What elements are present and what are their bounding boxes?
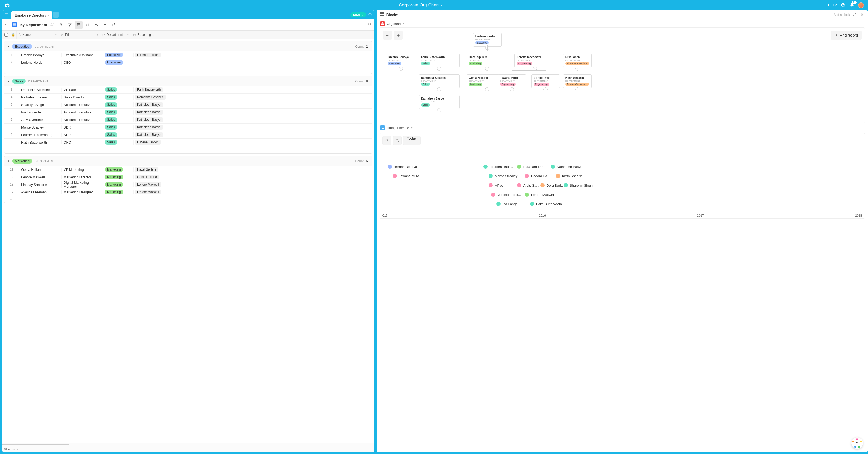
org-node[interactable]: Erik LaschDEPARTMENTFinance/Operations xyxy=(563,54,592,67)
cell-title[interactable]: Account Executive xyxy=(61,103,103,107)
timeline-item[interactable]: Barabara Orn... xyxy=(517,165,547,169)
org-node[interactable]: Kieth ShearinDEPARTMENTFinance/Operation… xyxy=(563,74,592,88)
add-table-button[interactable]: ＋ xyxy=(53,12,59,18)
collapse-node-icon[interactable]: ⌃ xyxy=(575,66,580,71)
add-record-button[interactable]: ＋ xyxy=(4,196,372,203)
cell-department[interactable]: Executive xyxy=(103,60,133,65)
collapse-node-icon[interactable]: ⌃ xyxy=(510,87,514,91)
collapse-node-icon[interactable]: ⌃ xyxy=(485,87,489,91)
expand-icon[interactable] xyxy=(852,13,857,17)
cell-department[interactable]: Marketing xyxy=(103,167,133,172)
add-record-button[interactable]: ＋ xyxy=(4,66,372,74)
table-row[interactable]: 2 Lurlene Herdon CEO Executive xyxy=(4,59,372,66)
timeline-item[interactable]: Ina Lange... xyxy=(496,202,521,206)
cell-reporting[interactable]: Kathaleen Basye xyxy=(133,133,372,137)
chevron-down-icon[interactable]: ▾ xyxy=(411,126,412,129)
cell-name[interactable]: Monte Stradley xyxy=(19,125,61,129)
cell-department[interactable]: Sales xyxy=(103,102,133,107)
cell-name[interactable]: Faith Butterworth xyxy=(19,140,61,144)
sort-icon[interactable] xyxy=(84,21,91,29)
timeline-canvas[interactable]: Today 015201620172018 Breann BedoyaTawan… xyxy=(380,133,865,219)
zoom-in-button[interactable]: ＋ xyxy=(394,31,403,40)
zoom-out-button[interactable]: − xyxy=(383,31,392,40)
cell-title[interactable]: Marketing Designer xyxy=(61,190,103,194)
timeline-item[interactable]: Veronica Foot... xyxy=(491,193,521,197)
cell-department[interactable]: Sales xyxy=(103,140,133,145)
org-node[interactable]: Hazel SpillersDEPARTMENTMarketing xyxy=(467,54,507,67)
cell-department[interactable]: Sales xyxy=(103,87,133,92)
row-height-icon[interactable] xyxy=(101,21,109,29)
cell-title[interactable]: Executive Assistant xyxy=(61,53,103,57)
timeline-item[interactable]: Kieth Shearin xyxy=(556,174,582,178)
help-link[interactable]: HELP xyxy=(828,3,837,7)
cell-title[interactable]: Digital Marketing Manager xyxy=(61,180,103,189)
table-row[interactable]: 12 Lenore Maxwell Marketing Director Mar… xyxy=(4,173,372,181)
cell-name[interactable]: Genia Helland xyxy=(19,168,61,172)
base-title[interactable]: Corporate Org Chart xyxy=(399,3,439,8)
notifications-icon[interactable]: 11 xyxy=(849,3,855,8)
org-node[interactable]: Ramonita SosebeeDEPARTMENTSales xyxy=(419,74,460,88)
table-row[interactable]: 10 Faith Butterworth CRO Sales Lurlene H… xyxy=(4,139,372,146)
org-node[interactable]: Alfredo NyeDEPARTMENTEngineering xyxy=(531,74,560,88)
timeline-item[interactable]: Kathaleen Basye xyxy=(551,165,582,169)
cell-title[interactable]: CEO xyxy=(61,61,103,64)
cell-reporting[interactable]: Ramonita Sosebee xyxy=(133,95,372,100)
zoom-out-button[interactable] xyxy=(382,136,391,145)
cell-reporting[interactable]: Kathaleen Basye xyxy=(133,125,372,130)
cell-name[interactable]: Lindsay Sansone xyxy=(19,183,61,187)
more-icon[interactable] xyxy=(119,21,127,29)
group-header[interactable]: ▼ Executive DEPARTMENT Count 2 xyxy=(4,41,372,51)
timeline-item[interactable]: Alfred... xyxy=(489,183,506,187)
column-dept[interactable]: Department xyxy=(106,33,123,36)
cell-department[interactable]: Sales xyxy=(103,133,133,137)
view-menu-caret[interactable]: ▾ xyxy=(5,23,9,26)
group-header[interactable]: ▼ Sales DEPARTMENT Count 8 xyxy=(4,76,372,86)
table-row[interactable]: 8 Monte Stradley SDR Sales Kathaleen Bas… xyxy=(4,123,372,131)
cell-department[interactable]: Sales xyxy=(103,110,133,115)
cell-name[interactable]: Lenore Maxwell xyxy=(19,175,61,179)
org-node[interactable]: Loretta MacdowellDEPARTMENTEngineering xyxy=(515,54,555,67)
share-button[interactable]: SHARE xyxy=(350,12,366,17)
table-row[interactable]: 14 Avelina Freeman Marketing Designer Ma… xyxy=(4,189,372,196)
column-title[interactable]: Title xyxy=(65,33,70,36)
collapse-node-icon[interactable]: ⌃ xyxy=(575,87,580,91)
app-logo-icon[interactable] xyxy=(4,2,10,8)
cell-reporting[interactable]: Kathaleen Basye xyxy=(133,117,372,122)
timeline-item[interactable]: Dora Burket xyxy=(540,183,564,187)
help-icon[interactable] xyxy=(841,3,846,8)
timeline-item[interactable]: Tawana Muro xyxy=(393,174,419,178)
table-row[interactable]: 7 Amy Overbeck Account Executive Sales K… xyxy=(4,116,372,123)
share-view-icon[interactable] xyxy=(110,21,118,29)
table-row[interactable]: 1 Breann Bedoya Executive Assistant Exec… xyxy=(4,51,372,59)
cell-reporting[interactable]: Lurlene Herdon xyxy=(133,53,372,57)
hiring-timeline-block-title[interactable]: Hiring Timeline ▾ xyxy=(376,123,868,132)
close-icon[interactable]: ✕ xyxy=(859,12,864,17)
cell-reporting[interactable]: Hazel Spillers xyxy=(133,167,372,172)
cell-title[interactable]: Sales Director xyxy=(61,95,103,99)
column-name[interactable]: Name xyxy=(22,33,31,36)
cell-reporting[interactable]: Lenore Maxwell xyxy=(133,190,372,194)
chevron-down-icon[interactable]: ▾ xyxy=(55,33,57,36)
cell-department[interactable]: Sales xyxy=(103,117,133,122)
cell-department[interactable]: Marketing xyxy=(103,175,133,179)
cell-title[interactable]: SDR xyxy=(61,133,103,137)
today-button[interactable]: Today xyxy=(403,136,421,145)
cell-department[interactable]: Sales xyxy=(103,95,133,100)
filter-icon[interactable] xyxy=(66,21,74,29)
collaborators-icon[interactable] xyxy=(50,22,55,28)
group-header[interactable]: ▼ Marketing DEPARTMENT Count 6 xyxy=(4,156,372,166)
cell-department[interactable]: Sales xyxy=(103,125,133,130)
collapse-icon[interactable]: ▼ xyxy=(7,160,9,163)
timeline-item[interactable]: Sharolyn Singh xyxy=(564,183,593,187)
cell-department[interactable]: Executive xyxy=(103,53,133,57)
cell-name[interactable]: Amy Overbeck xyxy=(19,118,61,122)
timeline-item[interactable]: Lenore Maxwell xyxy=(525,193,555,197)
add-record-button[interactable]: ＋ xyxy=(4,146,372,153)
org-node[interactable]: Kathaleen BasyeDEPARTMENTSales xyxy=(419,95,460,109)
cell-name[interactable]: Lourdes Hackenberg xyxy=(19,133,61,137)
collapse-node-icon[interactable]: ⌃ xyxy=(399,66,403,71)
org-node[interactable]: Tawana MuroDEPARTMENTEngineering xyxy=(498,74,526,88)
table-row[interactable]: 13 Lindsay Sansone Digital Marketing Man… xyxy=(4,181,372,189)
zoom-in-button[interactable] xyxy=(393,136,402,145)
collapse-icon[interactable]: ▼ xyxy=(7,45,9,48)
